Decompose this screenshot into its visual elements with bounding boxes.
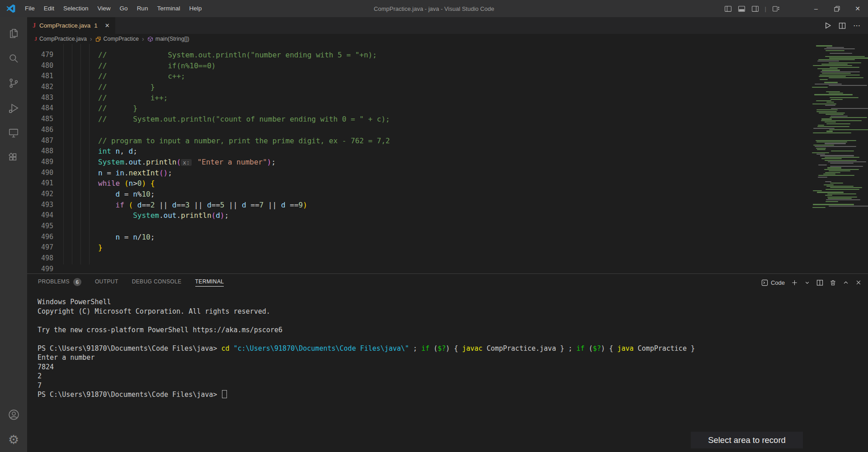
- panel-tab-label: TERMINAL: [195, 278, 224, 287]
- menu-edit[interactable]: Edit: [39, 0, 59, 17]
- token-kw: while: [98, 179, 120, 188]
- run-button[interactable]: [824, 22, 831, 29]
- code-line[interactable]: 494 System.out.println(d);: [27, 210, 809, 221]
- toggle-sidebar-icon[interactable]: [724, 5, 732, 13]
- panel-tab-terminal[interactable]: TERMINAL: [195, 278, 224, 287]
- token-var: n: [116, 147, 120, 155]
- split-editor-icon[interactable]: [839, 22, 846, 29]
- maximize-panel-icon[interactable]: [843, 279, 849, 286]
- code-line[interactable]: 483 // i++;: [27, 93, 809, 104]
- minimap-line: [816, 109, 837, 110]
- code-line[interactable]: 482 // }: [27, 82, 809, 93]
- menu-view[interactable]: View: [93, 0, 115, 17]
- code-line[interactable]: 498: [27, 253, 809, 264]
- line-number: 490: [27, 168, 53, 179]
- line-number: 487: [27, 136, 53, 146]
- code-line[interactable]: 492 d = n%10;: [27, 189, 809, 200]
- code-line[interactable]: 489 System.out.println(x: "Enter a numbe…: [27, 157, 809, 168]
- kill-terminal-icon[interactable]: [830, 279, 836, 286]
- line-number: 489: [27, 157, 53, 168]
- minimap-line: [829, 62, 861, 63]
- menu-help[interactable]: Help: [184, 0, 206, 17]
- terminal-text: PS C:\Users\91870\Documents\Code Files\j…: [38, 391, 221, 399]
- breadcrumb-item-0[interactable]: CompPractice.java: [39, 36, 87, 42]
- terminal-profile[interactable]: Code: [761, 279, 785, 286]
- settings-gear-icon[interactable]: ⚙: [0, 427, 27, 452]
- token-p: =: [120, 190, 133, 198]
- split-terminal-icon[interactable]: [816, 279, 823, 286]
- code-line[interactable]: 490 n = in.nextInt();: [27, 168, 809, 179]
- minimap-line: [816, 140, 856, 141]
- token-fn: nextInt: [129, 169, 159, 177]
- run-debug-icon[interactable]: [0, 95, 27, 120]
- minimap-line: [825, 56, 865, 57]
- menu-file[interactable]: File: [20, 0, 39, 17]
- tab-comppractice-java[interactable]: J CompPractice.java 1 ✕: [27, 17, 115, 34]
- code-line[interactable]: 485 // System.out.println("count of numb…: [27, 114, 809, 125]
- line-number: 498: [27, 253, 53, 264]
- code-line[interactable]: 493 if ( d==2 || d==3 || d==5 || d ==7 |…: [27, 200, 809, 211]
- code-line[interactable]: 495: [27, 221, 809, 232]
- java-file-icon: J: [34, 36, 37, 42]
- code-text: // program to input a number, print the …: [63, 136, 390, 146]
- panel-tab-problems[interactable]: PROBLEMS6: [38, 278, 81, 287]
- minimap-line: [813, 145, 834, 146]
- token-var: out: [129, 158, 142, 166]
- code-line[interactable]: 499: [27, 264, 809, 273]
- minimap-line: [830, 97, 859, 98]
- token-p: [63, 169, 98, 177]
- minimap-line: [818, 175, 854, 176]
- minimap-line: [810, 88, 863, 89]
- code-line[interactable]: 486: [27, 125, 809, 136]
- close-panel-icon[interactable]: [855, 279, 862, 286]
- code-line[interactable]: 497 }: [27, 242, 809, 253]
- menu-terminal[interactable]: Terminal: [152, 0, 184, 17]
- code-line[interactable]: 479 // System.out.println("number ending…: [27, 50, 809, 61]
- code-line[interactable]: 487 // program to input a number, print …: [27, 136, 809, 146]
- remote-explorer-icon[interactable]: [0, 120, 27, 145]
- restore-button[interactable]: [826, 0, 847, 17]
- breadcrumb-item-2[interactable]: main(String[]): [156, 36, 189, 42]
- minimap-line: [824, 169, 859, 170]
- panel-tab-output[interactable]: OUTPUT: [95, 278, 118, 287]
- search-icon[interactable]: [0, 46, 27, 71]
- breadcrumb-item-1[interactable]: CompPractice: [104, 36, 139, 42]
- tab-close-icon[interactable]: ✕: [105, 22, 110, 29]
- code-line[interactable]: 491 while (n>0) {: [27, 178, 809, 189]
- close-window-button[interactable]: ✕: [847, 0, 868, 17]
- code-line[interactable]: 484 // }: [27, 103, 809, 114]
- source-control-icon[interactable]: [0, 71, 27, 95]
- code-line[interactable]: 481 // c++;: [27, 71, 809, 82]
- extensions-icon[interactable]: [0, 145, 27, 170]
- terminal-output[interactable]: Windows PowerShellCopyright (C) Microsof…: [38, 297, 868, 400]
- code-line[interactable]: 488 int n, d;: [27, 146, 809, 157]
- menu-go[interactable]: Go: [115, 0, 132, 17]
- toggle-secondary-sidebar-icon[interactable]: [751, 5, 759, 13]
- minimap-line: [813, 128, 835, 129]
- token-p: =: [103, 169, 116, 177]
- toggle-panel-icon[interactable]: [738, 5, 745, 13]
- menu-run[interactable]: Run: [132, 0, 153, 17]
- code-line[interactable]: 496 n = n/10;: [27, 232, 809, 243]
- minimap[interactable]: [810, 44, 863, 273]
- customize-layout-icon[interactable]: [772, 5, 780, 13]
- minimize-button[interactable]: –: [806, 0, 826, 17]
- terminal-dropdown-icon[interactable]: [804, 280, 810, 286]
- minimap-line: [810, 202, 863, 203]
- more-actions-icon[interactable]: ⋯: [853, 21, 861, 30]
- code-line[interactable]: 480 // if(n%10==0): [27, 61, 809, 71]
- menu-selection[interactable]: Selection: [59, 0, 93, 17]
- minimap-line: [829, 170, 850, 171]
- new-terminal-icon[interactable]: [791, 279, 798, 286]
- token-p: ==: [246, 201, 259, 209]
- code-editor[interactable]: 479 // System.out.println("number ending…: [27, 44, 868, 273]
- terminal-cursor[interactable]: [222, 390, 227, 398]
- token-p: [63, 211, 133, 220]
- panel-tab-debug-console[interactable]: DEBUG CONSOLE: [132, 278, 182, 287]
- minimap-line: [820, 75, 860, 75]
- minimap-line: [813, 132, 852, 133]
- token-fn: println: [146, 158, 176, 166]
- explorer-icon[interactable]: [0, 21, 27, 46]
- minimap-line: [810, 178, 863, 179]
- accounts-icon[interactable]: [0, 402, 27, 427]
